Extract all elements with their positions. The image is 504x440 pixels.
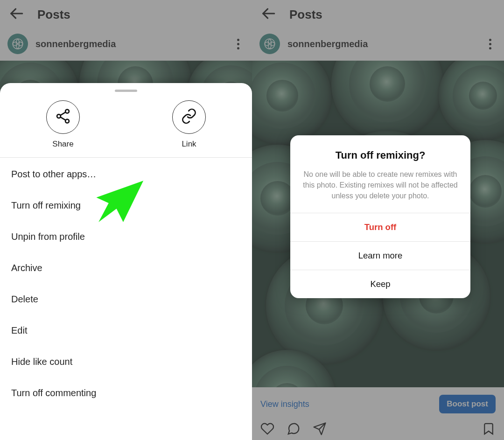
post-footer: View insights Boost post — [252, 387, 504, 440]
link-button[interactable] — [172, 100, 206, 134]
boost-post-button[interactable]: Boost post — [439, 395, 496, 413]
like-icon[interactable] — [260, 422, 274, 438]
dialog-title: Turn off remixing? — [302, 149, 458, 161]
share-button[interactable] — [46, 100, 80, 134]
dialog-turn-off-button[interactable]: Turn off — [290, 213, 470, 241]
avatar[interactable] — [7, 34, 28, 54]
sheet-handle[interactable] — [115, 90, 137, 92]
share-icon — [55, 108, 71, 126]
view-insights-link[interactable]: View insights — [260, 399, 309, 409]
page-title: Posts — [37, 7, 70, 22]
user-bar: sonnenbergmedia — [0, 29, 252, 61]
topbar: Posts — [252, 0, 504, 29]
username[interactable]: sonnenbergmedia — [287, 39, 483, 49]
share-label: Share — [52, 140, 73, 149]
screenshot-right: Posts sonnenbergmedia View insights Boos… — [252, 0, 504, 440]
menu-turn-off-remixing[interactable]: Turn off remixing — [0, 190, 252, 221]
avatar[interactable] — [259, 34, 280, 54]
dialog-body: No one will be able to create new remixe… — [302, 169, 458, 202]
svg-line-5 — [60, 112, 65, 115]
svg-point-4 — [65, 119, 69, 123]
confirm-dialog: Turn off remixing? No one will be able t… — [290, 135, 470, 298]
page-title: Posts — [289, 7, 322, 22]
menu-delete[interactable]: Delete — [0, 284, 252, 315]
dialog-keep-button[interactable]: Keep — [290, 270, 470, 298]
menu-unpin-from-profile[interactable]: Unpin from profile — [0, 221, 252, 252]
back-icon[interactable] — [260, 6, 276, 23]
action-sheet: Share Link Post to other apps… Turn off … — [0, 83, 252, 440]
menu-archive[interactable]: Archive — [0, 252, 252, 284]
svg-point-2 — [65, 110, 69, 113]
menu-turn-off-commenting[interactable]: Turn off commenting — [0, 377, 252, 409]
menu-list: Post to other apps… Turn off remixing Un… — [0, 158, 252, 410]
menu-edit[interactable]: Edit — [0, 315, 252, 346]
send-icon[interactable] — [313, 422, 327, 438]
menu-hide-like-count[interactable]: Hide like count — [0, 346, 252, 377]
link-label: Link — [182, 140, 196, 149]
link-icon — [181, 108, 197, 126]
more-options-icon[interactable] — [231, 39, 245, 49]
svg-line-6 — [60, 117, 65, 120]
dialog-learn-more-button[interactable]: Learn more — [290, 241, 470, 270]
menu-post-other-apps[interactable]: Post to other apps… — [0, 159, 252, 190]
topbar: Posts — [0, 0, 252, 29]
username[interactable]: sonnenbergmedia — [35, 39, 231, 49]
comment-icon[interactable] — [287, 422, 301, 438]
svg-point-3 — [57, 114, 61, 118]
bookmark-icon[interactable] — [482, 422, 496, 438]
screenshot-left: Posts sonnenbergmedia — [0, 0, 252, 440]
back-icon[interactable] — [8, 6, 24, 23]
user-bar: sonnenbergmedia — [252, 29, 504, 61]
more-options-icon[interactable] — [483, 39, 497, 49]
